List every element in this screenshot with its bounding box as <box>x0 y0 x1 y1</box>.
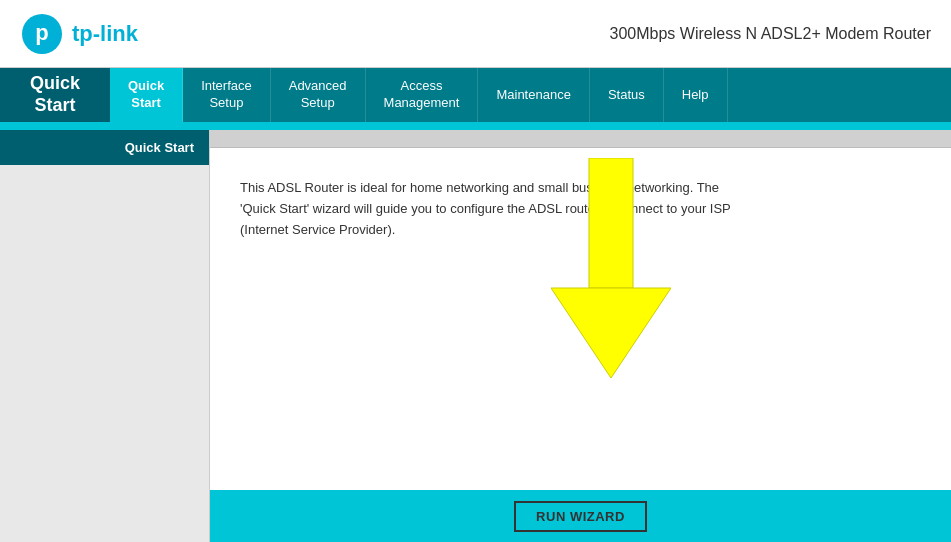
nav-item-quick-start[interactable]: QuickStart <box>110 68 183 122</box>
nav-item-interface-setup[interactable]: InterfaceSetup <box>183 68 271 122</box>
svg-text:p: p <box>35 20 48 45</box>
bottom-bar: RUN WIZARD <box>210 490 951 542</box>
sidebar-item-quick-start[interactable]: Quick Start <box>0 130 209 165</box>
sidebar: Quick Start <box>0 130 210 542</box>
nav-item-maintenance[interactable]: Maintenance <box>478 68 589 122</box>
accent-bar <box>0 122 951 130</box>
tp-link-logo-icon: p <box>20 12 64 56</box>
nav-item-access-management[interactable]: AccessManagement <box>366 68 479 122</box>
nav-quick-start-header: QuickStart <box>0 68 110 122</box>
navbar: QuickStart QuickStart InterfaceSetup Adv… <box>0 68 951 122</box>
main-content: This ADSL Router is ideal for home netwo… <box>210 130 951 542</box>
nav-item-status[interactable]: Status <box>590 68 664 122</box>
description-area: This ADSL Router is ideal for home netwo… <box>210 148 951 490</box>
nav-item-advanced-setup[interactable]: AdvancedSetup <box>271 68 366 122</box>
header: p tp-link 300Mbps Wireless N ADSL2+ Mode… <box>0 0 951 68</box>
yellow-arrow-icon <box>551 158 671 382</box>
run-wizard-button[interactable]: RUN WIZARD <box>514 501 647 532</box>
router-model: 300Mbps Wireless N ADSL2+ Modem Router <box>610 25 931 43</box>
svg-marker-3 <box>551 288 671 378</box>
nav-item-help[interactable]: Help <box>664 68 728 122</box>
content-area: Quick Start This ADSL Router is ideal fo… <box>0 130 951 542</box>
svg-rect-2 <box>589 158 633 288</box>
separator <box>210 130 951 148</box>
logo: p tp-link <box>20 12 138 56</box>
logo-text: tp-link <box>72 21 138 47</box>
